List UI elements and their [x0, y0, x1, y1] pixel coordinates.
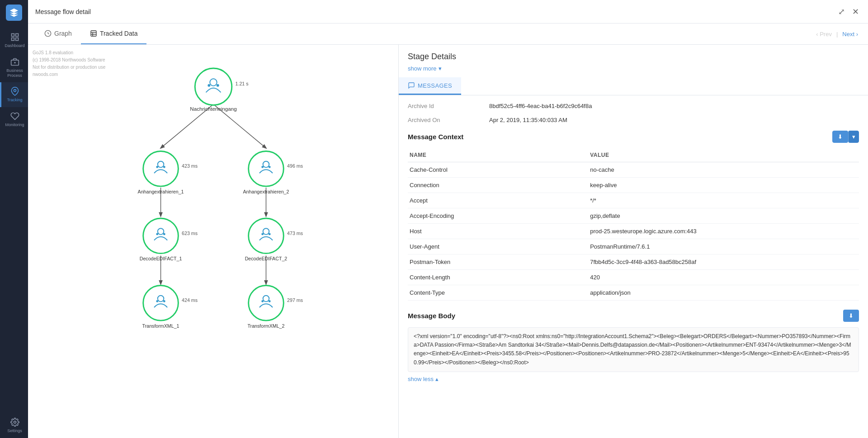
monitoring-icon — [10, 112, 19, 121]
expand-button[interactable]: ⤢ — [836, 6, 847, 18]
svg-point-36 — [261, 166, 264, 168]
svg-point-61 — [268, 300, 270, 302]
context-table-header-row: NAME VALUE — [408, 148, 859, 162]
tab-graph[interactable]: Graph — [35, 24, 81, 44]
context-value-cell: gzip,deflate — [588, 208, 859, 224]
context-value-cell: application/json — [588, 285, 859, 301]
archive-id-value: 8bdf52c5-4ff6-4eac-ba41-b6f2c9c64f8a — [489, 103, 592, 109]
tab-graph-label: Graph — [54, 30, 72, 37]
app-logo — [6, 5, 22, 21]
context-value-cell: prod-25.westeurope.logic.azure.com:443 — [588, 224, 859, 239]
column-name-header: NAME — [408, 148, 588, 162]
context-value-cell: 7fbb4d5c-3cc9-4f48-a363-8ad58bc258af — [588, 254, 859, 270]
svg-point-43 — [163, 233, 165, 235]
sidebar-item-dashboard[interactable]: Dashboard — [0, 28, 28, 53]
sidebar-item-tracking[interactable]: Tracking — [0, 82, 28, 107]
svg-point-40 — [143, 218, 178, 254]
svg-point-31 — [163, 166, 165, 168]
message-context-header: Message Context ⬇ ▾ — [408, 131, 859, 143]
header-left: Message flow detail — [35, 8, 91, 15]
stage-tabs: MESSAGES — [399, 77, 868, 95]
message-body-title: Message Body — [408, 312, 455, 320]
stage-tab-messages[interactable]: MESSAGES — [399, 77, 461, 95]
svg-point-46 — [248, 218, 283, 254]
pager-divider: | — [836, 31, 838, 38]
sidebar-item-settings[interactable]: Settings — [0, 413, 28, 438]
svg-text:496 ms: 496 ms — [287, 163, 303, 169]
watermark: GoJS 1.8 evaluation (c) 1998-2018 Northw… — [33, 49, 105, 78]
tracked-data-tab-icon — [90, 30, 97, 37]
context-value-cell: no-cache — [588, 162, 859, 178]
table-row: Content-Length420 — [408, 270, 859, 285]
svg-point-58 — [248, 285, 283, 320]
context-name-cell: Cache-Control — [408, 162, 588, 178]
table-row: Cache-Controlno-cache — [408, 162, 859, 178]
tabs-bar: Graph Tracked Data ‹ Prev | Next › — [28, 24, 868, 45]
svg-text:TransformXML_1: TransformXML_1 — [142, 323, 179, 329]
show-less-button[interactable]: show less ▴ — [408, 376, 439, 382]
context-name-cell: Content-Type — [408, 285, 588, 301]
main-area: Message flow detail ⤢ ✕ Graph Tracked Da… — [28, 0, 868, 438]
logo-icon — [9, 8, 19, 18]
stage-header: Stage Details show more ▾ — [399, 45, 868, 77]
svg-rect-12 — [91, 31, 96, 36]
table-row: Content-Typeapplication/json — [408, 285, 859, 301]
svg-text:Anhangextrahieren_2: Anhangextrahieren_2 — [243, 189, 289, 194]
tab-tracked-data-label: Tracked Data — [100, 30, 138, 37]
context-name-cell: Content-Length — [408, 270, 588, 285]
next-button[interactable]: Next › — [840, 29, 861, 39]
svg-text:Nachrichteneingang: Nachrichteneingang — [190, 106, 236, 112]
svg-point-7 — [14, 89, 16, 92]
context-value-cell: keep-alive — [588, 178, 859, 193]
context-download-button[interactable]: ⬇ — [832, 131, 848, 143]
context-table: NAME VALUE Cache-Controlno-cacheConnecti… — [408, 148, 859, 301]
svg-point-49 — [268, 233, 270, 235]
pager: ‹ Prev | Next › — [813, 29, 861, 39]
settings-icon — [10, 418, 19, 427]
tab-tracked-data[interactable]: Tracked Data — [81, 24, 147, 44]
table-row: Connectionkeep-alive — [408, 178, 859, 193]
message-context-title: Message Context — [408, 133, 463, 141]
message-body-text: <?xml version="1.0" encoding="utf-8"?><n… — [408, 327, 859, 372]
svg-text:423 ms: 423 ms — [182, 163, 198, 169]
svg-point-30 — [156, 166, 158, 168]
sidebar-item-business-process[interactable]: Business Process — [0, 53, 28, 83]
sidebar-item-tracking-label: Tracking — [7, 98, 22, 103]
table-row: User-AgentPostmanRuntime/7.6.1 — [408, 239, 859, 254]
svg-text:Anhangextrahieren_1: Anhangextrahieren_1 — [137, 189, 184, 194]
body-download-button[interactable]: ⬇ — [843, 310, 859, 322]
svg-point-24 — [208, 84, 210, 87]
dashboard-icon — [10, 33, 19, 42]
context-download-group: ⬇ ▾ — [832, 131, 859, 143]
sidebar-item-monitoring-label: Monitoring — [5, 122, 24, 127]
svg-text:424 ms: 424 ms — [182, 297, 198, 303]
table-row: Accept*/* — [408, 193, 859, 208]
svg-point-42 — [156, 233, 158, 235]
close-button[interactable]: ✕ — [850, 6, 861, 18]
svg-point-25 — [216, 84, 219, 87]
show-more-button[interactable]: show more ▾ — [408, 63, 442, 74]
graph-panel: GoJS 1.8 evaluation (c) 1998-2018 Northw… — [28, 45, 399, 438]
prev-button[interactable]: ‹ Prev — [813, 29, 835, 39]
business-process-icon — [10, 57, 19, 66]
header: Message flow detail ⤢ ✕ — [28, 0, 868, 24]
svg-text:DecodeEDIFACT_1: DecodeEDIFACT_1 — [139, 256, 182, 261]
context-value-cell: 420 — [588, 270, 859, 285]
messages-tab-icon — [408, 82, 415, 89]
content-area: GoJS 1.8 evaluation (c) 1998-2018 Northw… — [28, 45, 868, 438]
svg-text:1.21 s: 1.21 s — [235, 81, 248, 86]
table-row: Postman-Token7fbb4d5c-3cc9-4f48-a363-8ad… — [408, 254, 859, 270]
svg-point-60 — [261, 300, 264, 302]
context-name-cell: Postman-Token — [408, 254, 588, 270]
svg-point-28 — [143, 151, 178, 186]
svg-text:TransformXML_2: TransformXML_2 — [247, 323, 284, 329]
svg-point-48 — [261, 233, 264, 235]
svg-point-8 — [14, 421, 16, 424]
column-value-header: VALUE — [588, 148, 859, 162]
context-name-cell: Accept-Encoding — [408, 208, 588, 224]
context-download-arrow-button[interactable]: ▾ — [848, 131, 859, 143]
graph-tab-icon — [44, 30, 52, 37]
svg-point-22 — [195, 68, 232, 105]
sidebar-item-monitoring[interactable]: Monitoring — [0, 107, 28, 132]
sidebar-item-business-process-label: Business Process — [3, 68, 26, 78]
